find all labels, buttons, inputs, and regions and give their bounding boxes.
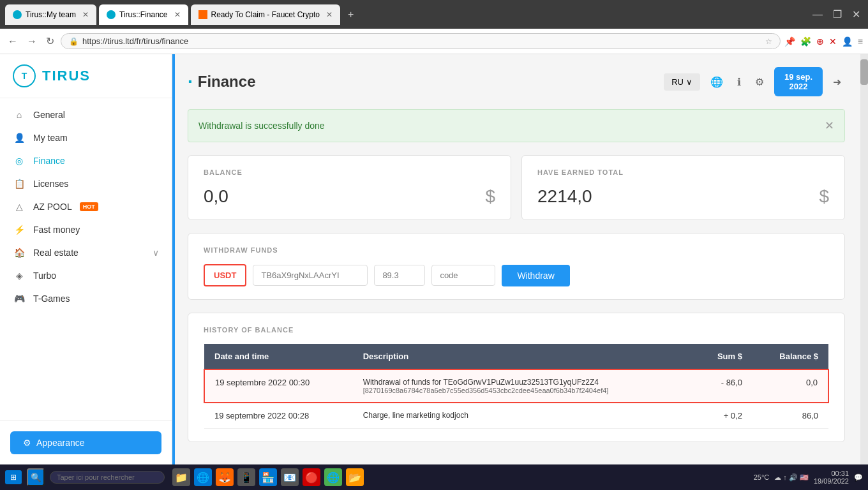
appearance-label: Appearance — [36, 438, 85, 448]
notification-icon[interactable]: 💬 — [854, 473, 863, 482]
taskbar-temp: 25°C — [754, 473, 770, 481]
sidebar-item-fast-money[interactable]: ⚡ Fast money — [0, 218, 172, 241]
header-controls: RU ∨ 🌐 ℹ ⚙ 19 sep.2022 ➜ — [664, 67, 845, 96]
scrollbar[interactable] — [860, 54, 868, 464]
taskbar-system-icons: ☁ ↑ 🔊 🇺🇸 — [774, 473, 809, 482]
sidebar-item-t-games[interactable]: 🎮 T-Games — [0, 287, 172, 310]
taskbar-search-input[interactable] — [50, 471, 165, 484]
col-balance: Balance $ — [752, 344, 828, 369]
close-x-icon[interactable]: ✕ — [829, 36, 837, 47]
taskbar-icon-chrome[interactable]: 🌐 — [324, 468, 342, 486]
vpn-icon[interactable]: ⊕ — [816, 36, 824, 47]
withdraw-section: WITHDRAW FUNDS USDT Withdraw — [188, 233, 845, 300]
sidebar-item-turbo[interactable]: ◈ Turbo — [0, 264, 172, 287]
withdraw-row: USDT Withdraw — [204, 264, 829, 286]
sidebar-label-my-team: My team — [33, 133, 68, 143]
taskbar-icon-app3[interactable]: 🔴 — [303, 468, 320, 486]
row2-balance: 86,0 — [752, 403, 828, 429]
taskbar-icon-store[interactable]: 🏪 — [259, 468, 277, 486]
taskbar-time: 00:31 — [814, 470, 849, 477]
minimize-button[interactable]: — — [810, 6, 825, 23]
sidebar-item-licenses[interactable]: 📋 Licenses — [0, 172, 172, 195]
tab-my-team[interactable]: Tirus::My team ✕ — [5, 4, 96, 25]
search-taskbar-button[interactable]: 🔍 — [27, 468, 45, 486]
earned-value-row: 2214,0 $ — [537, 186, 829, 207]
appearance-button[interactable]: ⚙ Appearance — [10, 431, 161, 454]
code-input[interactable] — [431, 265, 495, 286]
sidebar-item-finance[interactable]: ◎ Finance — [0, 149, 172, 172]
sidebar-item-az-pool[interactable]: △ AZ POOL HOT — [0, 195, 172, 218]
taskbar-icon-edge[interactable]: 🌐 — [194, 468, 212, 486]
row2-sum: + 0,2 — [694, 403, 752, 429]
menu-icon[interactable]: ≡ — [858, 36, 863, 47]
col-description: Description — [353, 344, 694, 369]
earned-card: HAVE EARNED TOTAL 2214,0 $ — [521, 155, 845, 220]
back-button[interactable]: ← — [5, 33, 20, 50]
taskbar-icon-app2[interactable]: 📧 — [281, 468, 299, 486]
globe-icon-button[interactable]: 🌐 — [707, 72, 727, 92]
info-icon-button[interactable]: ℹ — [733, 72, 745, 92]
date-button[interactable]: 19 sep.2022 — [774, 67, 823, 96]
withdraw-button[interactable]: Withdraw — [502, 265, 569, 286]
appearance-icon: ⚙ — [23, 438, 31, 448]
taskbar-icon-firefox[interactable]: 🦊 — [216, 468, 234, 486]
tab-close-faucet-btn[interactable]: ✕ — [326, 10, 333, 19]
settings-icon-button[interactable]: ⚙ — [751, 72, 768, 92]
logo-letter: T — [22, 71, 27, 81]
start-button[interactable]: ⊞ — [5, 470, 22, 484]
taskbar-date: 19/09/2022 — [814, 477, 849, 485]
sidebar-label-licenses: Licenses — [33, 179, 68, 189]
alert-text: Withdrawal is successfully done — [198, 121, 325, 131]
sidebar-item-real-estate[interactable]: 🏠 Real estate ∨ — [0, 241, 172, 264]
home-icon: ⌂ — [13, 110, 26, 120]
sidebar-label-t-games: T-Games — [33, 293, 70, 304]
restore-button[interactable]: ❐ — [830, 6, 844, 23]
row1-sum: - 86,0 — [694, 369, 752, 403]
browser-action-buttons: 📌 🧩 ⊕ ✕ 👤 ≡ — [784, 36, 863, 47]
balance-currency: $ — [485, 186, 495, 207]
tab-close-active-btn[interactable]: ✕ — [174, 10, 181, 19]
reload-button[interactable]: ↻ — [43, 33, 57, 50]
tab-close-btn[interactable]: ✕ — [82, 10, 89, 19]
wallet-input[interactable] — [253, 265, 368, 286]
tab-faucet[interactable]: Ready To Claim - Faucet Crypto ✕ — [191, 4, 341, 25]
usdt-button[interactable]: USDT — [204, 264, 246, 286]
row1-date: 19 septembre 2022 00:30 — [204, 369, 353, 403]
sidebar-item-general[interactable]: ⌂ General — [0, 103, 172, 126]
scrollbar-thumb[interactable] — [860, 59, 868, 85]
tab-finance[interactable]: Tirus::Finance ✕ — [99, 4, 188, 25]
sidebar-bottom: ⚙ Appearance — [0, 420, 172, 464]
close-button[interactable]: ✕ — [849, 6, 863, 23]
alert-close-button[interactable]: ✕ — [825, 119, 834, 133]
row1-desc-text: Withdrawal of funds for TEoGdGrwV1PuZw1u… — [363, 378, 684, 387]
sidebar-item-my-team[interactable]: 👤 My team — [0, 126, 172, 149]
main-content: Finance RU ∨ 🌐 ℹ ⚙ 19 sep.2022 ➜ Withdra… — [172, 54, 860, 464]
page-header: Finance RU ∨ 🌐 ℹ ⚙ 19 sep.2022 ➜ — [188, 67, 845, 96]
logout-icon-button[interactable]: ➜ — [829, 72, 845, 92]
taskbar-time-date: 00:31 19/09/2022 — [814, 470, 849, 485]
finance-icon: ◎ — [13, 156, 26, 166]
taskbar-icon-app4[interactable]: 📂 — [346, 468, 364, 486]
lock-icon: 🔒 — [69, 37, 79, 46]
col-sum: Sum $ — [694, 344, 752, 369]
taskbar-icon-files[interactable]: 📁 — [172, 468, 190, 486]
taskbar-icon-app1[interactable]: 📱 — [237, 468, 255, 486]
real-estate-icon: 🏠 — [13, 248, 26, 258]
profile-icon[interactable]: 👤 — [842, 36, 853, 47]
forward-button[interactable]: → — [24, 33, 40, 50]
row1-balance: 0,0 — [752, 369, 828, 403]
pocket-icon[interactable]: 📌 — [784, 36, 795, 47]
new-tab-button[interactable]: + — [343, 6, 359, 23]
extensions-icon[interactable]: 🧩 — [800, 36, 811, 47]
left-accent — [172, 54, 175, 464]
history-label: HISTORY OF BALANCE — [204, 326, 829, 334]
fast-money-icon: ⚡ — [13, 225, 26, 235]
language-selector[interactable]: RU ∨ — [664, 73, 700, 91]
sidebar-label-turbo: Turbo — [33, 271, 56, 281]
balance-card: BALANCE 0,0 $ — [188, 155, 511, 220]
address-bar[interactable]: 🔒 https://tirus.ltd/fr/tirus/finance ☆ — [61, 33, 781, 49]
row2-description: Charge, line marketing kodjoch — [353, 403, 694, 429]
page-title: Finance — [188, 71, 255, 92]
browser-tab-bar: Tirus::My team ✕ Tirus::Finance ✕ Ready … — [0, 0, 868, 29]
amount-input[interactable] — [374, 265, 425, 286]
